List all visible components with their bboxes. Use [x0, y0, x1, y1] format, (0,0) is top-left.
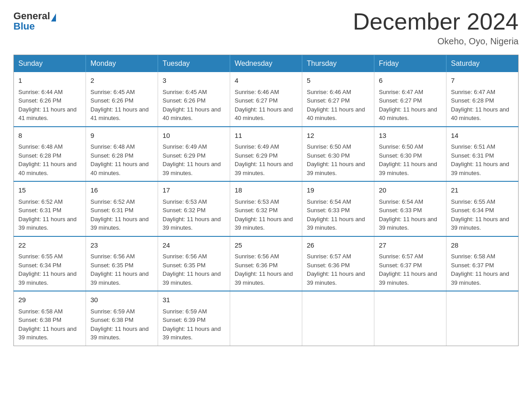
calendar-cell: 31Sunrise: 6:59 AMSunset: 6:39 PMDayligh… — [158, 291, 230, 346]
calendar-cell: 27Sunrise: 6:57 AMSunset: 6:37 PMDayligh… — [374, 236, 446, 291]
calendar-cell: 9Sunrise: 6:48 AMSunset: 6:28 PMDaylight… — [86, 127, 158, 182]
calendar-cell: 26Sunrise: 6:57 AMSunset: 6:36 PMDayligh… — [302, 236, 374, 291]
calendar-header-thursday: Thursday — [302, 55, 374, 73]
day-info: Sunrise: 6:58 AMSunset: 6:37 PMDaylight:… — [451, 252, 514, 287]
day-info: Sunrise: 6:45 AMSunset: 6:26 PMDaylight:… — [90, 88, 153, 123]
calendar-cell: 24Sunrise: 6:56 AMSunset: 6:35 PMDayligh… — [158, 236, 230, 291]
day-info: Sunrise: 6:44 AMSunset: 6:26 PMDaylight:… — [18, 88, 81, 123]
calendar-cell: 14Sunrise: 6:51 AMSunset: 6:31 PMDayligh… — [446, 127, 519, 182]
calendar-cell: 10Sunrise: 6:49 AMSunset: 6:29 PMDayligh… — [158, 127, 230, 182]
calendar-cell: 28Sunrise: 6:58 AMSunset: 6:37 PMDayligh… — [446, 236, 519, 291]
day-number: 9 — [90, 131, 153, 141]
day-info: Sunrise: 6:56 AMSunset: 6:35 PMDaylight:… — [163, 252, 225, 287]
day-number: 12 — [307, 131, 369, 141]
logo: General Blue — [13, 9, 56, 31]
day-number: 18 — [235, 185, 297, 196]
day-number: 14 — [451, 131, 514, 141]
calendar-cell: 12Sunrise: 6:50 AMSunset: 6:30 PMDayligh… — [302, 127, 374, 182]
calendar-header-row: SundayMondayTuesdayWednesdayThursdayFrid… — [14, 55, 519, 73]
calendar-header-tuesday: Tuesday — [158, 55, 230, 73]
day-info: Sunrise: 6:47 AMSunset: 6:28 PMDaylight:… — [451, 88, 514, 123]
calendar-cell — [230, 291, 302, 346]
day-info: Sunrise: 6:46 AMSunset: 6:27 PMDaylight:… — [235, 88, 297, 123]
calendar-cell: 18Sunrise: 6:53 AMSunset: 6:32 PMDayligh… — [230, 181, 302, 236]
page-subtitle: Okeho, Oyo, Nigeria — [353, 36, 519, 47]
day-number: 8 — [18, 131, 81, 141]
calendar-cell: 6Sunrise: 6:47 AMSunset: 6:27 PMDaylight… — [374, 72, 446, 127]
calendar-header-saturday: Saturday — [446, 55, 519, 73]
day-info: Sunrise: 6:48 AMSunset: 6:28 PMDaylight:… — [18, 142, 81, 177]
calendar-header-friday: Friday — [374, 55, 446, 73]
calendar-cell: 17Sunrise: 6:53 AMSunset: 6:32 PMDayligh… — [158, 181, 230, 236]
day-number: 11 — [235, 131, 297, 141]
day-info: Sunrise: 6:58 AMSunset: 6:38 PMDaylight:… — [18, 307, 81, 342]
day-info: Sunrise: 6:52 AMSunset: 6:31 PMDaylight:… — [90, 197, 153, 232]
day-number: 21 — [451, 185, 514, 196]
day-number: 31 — [163, 295, 225, 305]
calendar-cell: 21Sunrise: 6:55 AMSunset: 6:34 PMDayligh… — [446, 181, 519, 236]
day-info: Sunrise: 6:59 AMSunset: 6:38 PMDaylight:… — [90, 307, 153, 342]
day-info: Sunrise: 6:47 AMSunset: 6:27 PMDaylight:… — [379, 88, 442, 123]
calendar-header-sunday: Sunday — [14, 55, 86, 73]
day-number: 29 — [18, 295, 81, 305]
day-number: 10 — [163, 131, 225, 141]
calendar-week-row: 15Sunrise: 6:52 AMSunset: 6:31 PMDayligh… — [14, 181, 519, 236]
day-info: Sunrise: 6:54 AMSunset: 6:33 PMDaylight:… — [307, 197, 369, 232]
day-number: 17 — [163, 185, 225, 196]
day-number: 6 — [379, 76, 442, 86]
logo-blue: Blue — [13, 21, 35, 32]
calendar-cell: 13Sunrise: 6:50 AMSunset: 6:30 PMDayligh… — [374, 127, 446, 182]
day-number: 5 — [307, 76, 369, 86]
day-number: 27 — [379, 240, 442, 251]
calendar-cell: 1Sunrise: 6:44 AMSunset: 6:26 PMDaylight… — [14, 72, 86, 127]
calendar-cell: 20Sunrise: 6:54 AMSunset: 6:33 PMDayligh… — [374, 181, 446, 236]
day-info: Sunrise: 6:55 AMSunset: 6:34 PMDaylight:… — [451, 197, 514, 232]
day-number: 20 — [379, 185, 442, 196]
calendar-cell: 11Sunrise: 6:49 AMSunset: 6:29 PMDayligh… — [230, 127, 302, 182]
calendar-header-monday: Monday — [86, 55, 158, 73]
day-info: Sunrise: 6:57 AMSunset: 6:37 PMDaylight:… — [379, 252, 442, 287]
day-number: 19 — [307, 185, 369, 196]
calendar-header-wednesday: Wednesday — [230, 55, 302, 73]
calendar-cell: 4Sunrise: 6:46 AMSunset: 6:27 PMDaylight… — [230, 72, 302, 127]
day-number: 24 — [163, 240, 225, 251]
calendar-cell: 15Sunrise: 6:52 AMSunset: 6:31 PMDayligh… — [14, 181, 86, 236]
day-info: Sunrise: 6:56 AMSunset: 6:35 PMDaylight:… — [90, 252, 153, 287]
calendar-cell: 7Sunrise: 6:47 AMSunset: 6:28 PMDaylight… — [446, 72, 519, 127]
calendar-cell — [374, 291, 446, 346]
day-info: Sunrise: 6:49 AMSunset: 6:29 PMDaylight:… — [235, 142, 297, 177]
calendar-cell — [302, 291, 374, 346]
calendar-cell: 8Sunrise: 6:48 AMSunset: 6:28 PMDaylight… — [14, 127, 86, 182]
logo-general: General — [13, 10, 50, 21]
day-info: Sunrise: 6:50 AMSunset: 6:30 PMDaylight:… — [379, 142, 442, 177]
day-info: Sunrise: 6:48 AMSunset: 6:28 PMDaylight:… — [90, 142, 153, 177]
calendar-week-row: 1Sunrise: 6:44 AMSunset: 6:26 PMDaylight… — [14, 72, 519, 127]
calendar-cell: 30Sunrise: 6:59 AMSunset: 6:38 PMDayligh… — [86, 291, 158, 346]
calendar-cell: 22Sunrise: 6:55 AMSunset: 6:34 PMDayligh… — [14, 236, 86, 291]
day-number: 26 — [307, 240, 369, 251]
calendar-week-row: 22Sunrise: 6:55 AMSunset: 6:34 PMDayligh… — [14, 236, 519, 291]
calendar-cell: 2Sunrise: 6:45 AMSunset: 6:26 PMDaylight… — [86, 72, 158, 127]
day-info: Sunrise: 6:51 AMSunset: 6:31 PMDaylight:… — [451, 142, 514, 177]
day-number: 13 — [379, 131, 442, 141]
day-number: 23 — [90, 240, 153, 251]
day-info: Sunrise: 6:59 AMSunset: 6:39 PMDaylight:… — [163, 307, 225, 342]
day-number: 7 — [451, 76, 514, 86]
day-number: 16 — [90, 185, 153, 196]
day-number: 22 — [18, 240, 81, 251]
calendar-cell: 19Sunrise: 6:54 AMSunset: 6:33 PMDayligh… — [302, 181, 374, 236]
day-info: Sunrise: 6:53 AMSunset: 6:32 PMDaylight:… — [235, 197, 297, 232]
calendar-week-row: 8Sunrise: 6:48 AMSunset: 6:28 PMDaylight… — [14, 127, 519, 182]
day-number: 30 — [90, 295, 153, 305]
title-area: December 2024 Okeho, Oyo, Nigeria — [353, 9, 519, 47]
day-info: Sunrise: 6:52 AMSunset: 6:31 PMDaylight:… — [18, 197, 81, 232]
day-info: Sunrise: 6:46 AMSunset: 6:27 PMDaylight:… — [307, 88, 369, 123]
day-number: 15 — [18, 185, 81, 196]
day-number: 25 — [235, 240, 297, 251]
day-number: 3 — [163, 76, 225, 86]
calendar-cell: 29Sunrise: 6:58 AMSunset: 6:38 PMDayligh… — [14, 291, 86, 346]
day-info: Sunrise: 6:53 AMSunset: 6:32 PMDaylight:… — [163, 197, 225, 232]
calendar-cell: 25Sunrise: 6:56 AMSunset: 6:36 PMDayligh… — [230, 236, 302, 291]
calendar-cell: 3Sunrise: 6:45 AMSunset: 6:26 PMDaylight… — [158, 72, 230, 127]
day-info: Sunrise: 6:54 AMSunset: 6:33 PMDaylight:… — [379, 197, 442, 232]
